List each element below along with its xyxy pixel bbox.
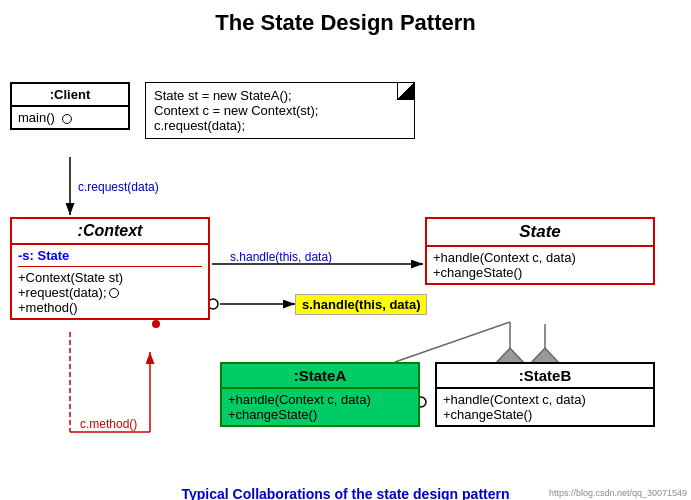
note-line3: c.request(data); xyxy=(154,118,406,133)
context-method2: +request(data); xyxy=(18,285,107,300)
statea-body: +handle(Context c, data) +changeState() xyxy=(222,389,418,425)
note-line2: Context c = new Context(st); xyxy=(154,103,406,118)
context-method1: +Context(State st) xyxy=(18,270,202,285)
stateb-body: +handle(Context c, data) +changeState() xyxy=(437,389,653,425)
context-method2-row: +request(data); xyxy=(18,285,202,300)
state-body: +handle(Context c, data) +changeState() xyxy=(427,247,653,283)
lollipop-icon xyxy=(62,114,72,124)
context-attr: -s: State xyxy=(18,248,202,263)
statea-method1: +handle(Context c, data) xyxy=(228,392,412,407)
context-box: :Context -s: State +Context(State st) +r… xyxy=(10,217,210,320)
state-method1: +handle(Context c, data) xyxy=(433,250,647,265)
context-body: -s: State +Context(State st) +request(da… xyxy=(12,245,208,318)
shandle-label: s.handle(this, data) xyxy=(230,250,332,264)
svg-line-7 xyxy=(395,322,510,362)
cmethod-label: c.method() xyxy=(80,417,137,431)
statea-box: :StateA +handle(Context c, data) +change… xyxy=(220,362,420,427)
page-title: The State Design Pattern xyxy=(0,0,691,42)
state-box: State +handle(Context c, data) +changeSt… xyxy=(425,217,655,285)
lollipop2-icon xyxy=(109,288,119,298)
client-title: :Client xyxy=(12,84,128,107)
stateb-title: :StateB xyxy=(437,364,653,389)
watermark: https://blog.csdn.net/qq_30071549 xyxy=(549,488,687,498)
note-box: State st = new StateA(); Context c = new… xyxy=(145,82,415,139)
state-title: State xyxy=(427,219,653,247)
statea-method2: +changeState() xyxy=(228,407,412,422)
note-line1: State st = new StateA(); xyxy=(154,88,406,103)
red-dot-icon xyxy=(152,320,160,328)
crequest-label: c.request(data) xyxy=(78,180,159,194)
stateb-method2: +changeState() xyxy=(443,407,647,422)
client-body: main() xyxy=(12,107,128,128)
stateb-box: :StateB +handle(Context c, data) +change… xyxy=(435,362,655,427)
state-method2: +changeState() xyxy=(433,265,647,280)
statea-title: :StateA xyxy=(222,364,418,389)
shandle-highlight: s.handle(this, data) xyxy=(295,294,427,315)
client-box: :Client main() xyxy=(10,82,130,130)
context-title: :Context xyxy=(12,219,208,245)
context-method3: +method() xyxy=(18,300,202,315)
stateb-method1: +handle(Context c, data) xyxy=(443,392,647,407)
client-method: main() xyxy=(18,110,55,125)
